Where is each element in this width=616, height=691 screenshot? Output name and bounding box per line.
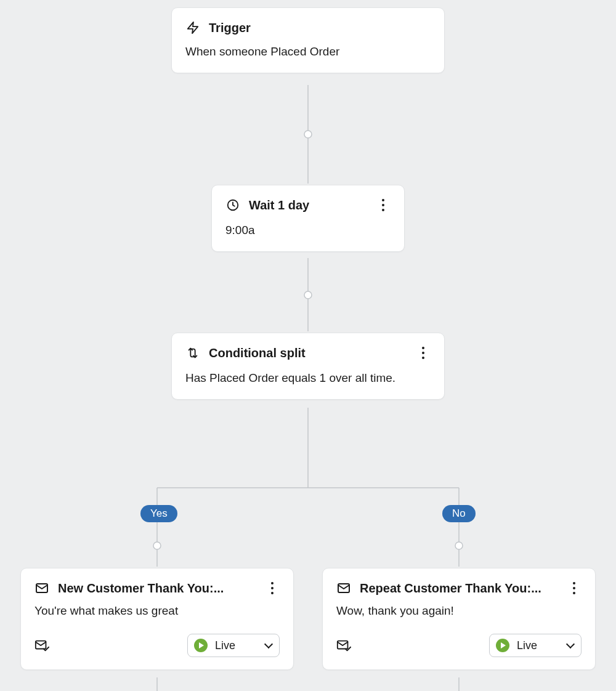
mail-icon — [336, 581, 351, 596]
email-no-status-label: Live — [517, 639, 560, 652]
play-icon — [194, 639, 208, 652]
split-menu-button[interactable] — [416, 346, 431, 360]
split-title: Conditional split — [209, 346, 407, 360]
branch-yes-badge: Yes — [140, 505, 177, 522]
mail-icon — [34, 581, 49, 596]
svg-point-1 — [304, 131, 312, 138]
conditional-split-card[interactable]: Conditional split Has Placed Order equal… — [171, 333, 445, 400]
mail-check-icon — [34, 638, 49, 653]
wait-card[interactable]: Wait 1 day 9:00a — [211, 185, 405, 252]
chevron-down-icon — [566, 640, 575, 649]
email-yes-subject: You're what makes us great — [34, 604, 280, 618]
email-no-status-select[interactable]: Live — [489, 634, 582, 657]
email-yes-card[interactable]: New Customer Thank You:... You're what m… — [20, 568, 294, 670]
email-no-subject: Wow, thank you again! — [336, 604, 582, 618]
email-yes-title: New Customer Thank You:... — [58, 581, 256, 596]
svg-marker-11 — [188, 22, 198, 33]
trigger-card[interactable]: Trigger When someone Placed Order — [171, 7, 445, 73]
split-icon — [185, 346, 200, 360]
chevron-down-icon — [264, 640, 273, 649]
email-no-menu-button[interactable] — [567, 581, 582, 596]
email-no-card[interactable]: Repeat Customer Thank You:... Wow, thank… — [322, 568, 596, 670]
split-condition: Has Placed Order equals 1 over all time. — [185, 370, 431, 387]
branch-no-badge: No — [442, 505, 476, 522]
svg-point-8 — [455, 542, 463, 549]
trigger-description: When someone Placed Order — [185, 44, 431, 60]
clock-icon — [225, 198, 240, 212]
wait-time: 9:00a — [225, 222, 391, 239]
email-yes-menu-button[interactable] — [265, 581, 280, 596]
email-no-title: Repeat Customer Thank You:... — [360, 581, 558, 596]
svg-point-3 — [304, 291, 312, 299]
wait-title: Wait 1 day — [249, 198, 367, 212]
svg-point-7 — [153, 542, 161, 549]
wait-menu-button[interactable] — [376, 198, 391, 212]
trigger-title: Trigger — [209, 21, 431, 35]
play-icon — [496, 639, 509, 652]
mail-check-icon — [336, 638, 351, 653]
email-yes-status-label: Live — [215, 639, 258, 652]
lightning-icon — [185, 20, 200, 35]
email-yes-status-select[interactable]: Live — [187, 634, 280, 657]
